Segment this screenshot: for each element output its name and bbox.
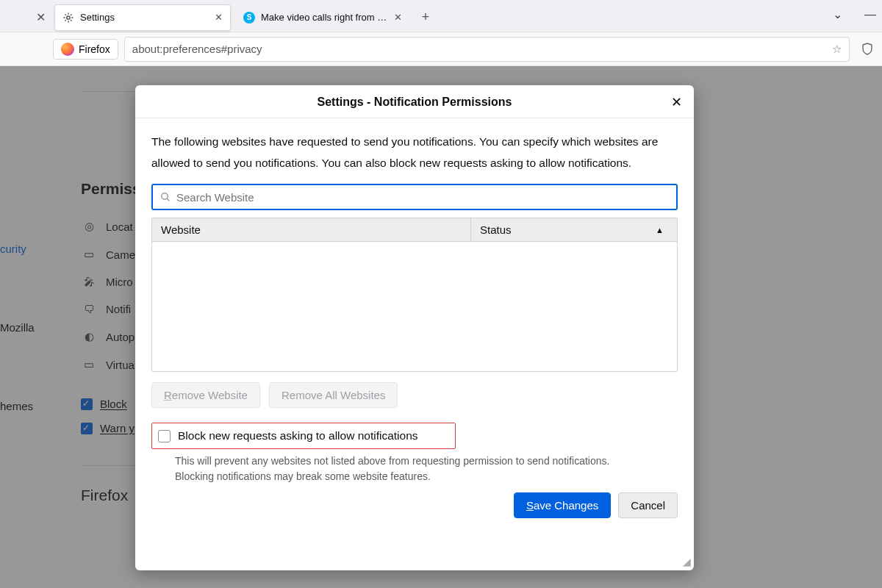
toolbar: Firefox about:preferences#privacy ☆ [0,32,882,66]
block-new-hint: This will prevent any websites not liste… [175,453,616,484]
block-new-label: Block new requests asking to allow notif… [178,429,418,442]
save-changes-button[interactable]: Save Changes [514,492,611,518]
sort-asc-icon: ▲ [656,226,664,234]
cancel-button[interactable]: Cancel [618,492,678,518]
new-tab-button[interactable]: + [415,7,437,29]
dialog-footer: Save Changes Cancel [151,492,678,518]
tab-placeholder: ✕ [0,4,54,32]
search-input[interactable] [176,191,669,204]
url-bar[interactable]: about:preferences#privacy ☆ [124,37,850,62]
dialog-description: The following websites have requested to… [151,132,678,173]
remove-all-websites-button: Remove All Websites [269,382,398,408]
identity-label: Firefox [79,43,110,55]
close-icon[interactable]: ✕ [394,12,402,23]
close-icon[interactable]: ✕ [215,12,223,23]
block-new-requests-option[interactable]: Block new requests asking to allow notif… [151,423,456,449]
tab-skype[interactable]: S Make video calls right from you ✕ [235,4,410,31]
notification-permissions-dialog: Settings - Notification Permissions ✕ Th… [135,85,694,570]
svg-point-1 [162,193,168,199]
btn-label: emove All Websites [290,389,386,401]
search-website-field[interactable] [151,184,678,210]
dialog-header: Settings - Notification Permissions ✕ [135,85,694,118]
search-icon [160,192,171,202]
column-status-label: Status [480,223,512,236]
tab-settings[interactable]: Settings ✕ [54,4,231,31]
close-icon[interactable]: ✕ [36,10,46,24]
tab-strip: ✕ Settings ✕ S Make video calls right fr… [0,0,882,32]
btn-label: emove Website [172,389,248,401]
tab-dropdown-icon[interactable]: ⌄ [833,7,842,21]
tab-label: Make video calls right from you [261,12,388,23]
checkbox-unchecked-icon[interactable] [158,430,171,442]
dialog-title: Settings - Notification Permissions [318,96,512,109]
url-text: about:preferences#privacy [132,43,262,55]
tab-label: Settings [80,12,209,23]
remove-website-button: Remove Website [151,382,260,408]
minimize-button[interactable]: — [864,8,876,21]
table-buttons: Remove Website Remove All Websites [151,382,678,408]
close-button[interactable]: ✕ [671,94,682,110]
svg-point-0 [67,15,70,18]
skype-icon: S [243,12,255,24]
table-header: Website Status ▲ [152,218,677,242]
identity-button[interactable]: Firefox [53,39,118,60]
bookmark-star-icon[interactable]: ☆ [832,43,842,56]
websites-table: Website Status ▲ [151,218,678,372]
column-status[interactable]: Status ▲ [471,218,677,241]
window-controls: ⌄ — [833,7,876,21]
table-body-empty [152,242,677,371]
shield-icon[interactable] [860,42,875,57]
gear-icon [62,12,74,24]
column-website[interactable]: Website [152,218,471,241]
firefox-icon [61,43,74,56]
